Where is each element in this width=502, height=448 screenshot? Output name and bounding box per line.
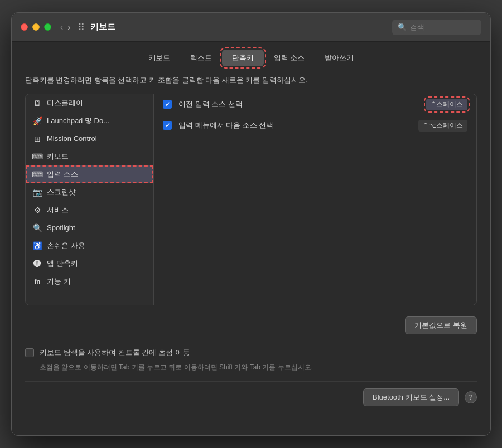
main-content: 단축키를 변경하려면 항목을 선택하고 키 조합을 클릭한 다음 새로운 키를 … xyxy=(12,66,490,435)
mission-control-icon: ⊞ xyxy=(32,134,42,144)
sidebar-item-keyboard[interactable]: ⌨ 키보드 xyxy=(26,148,153,165)
keyboard-nav-checkbox[interactable] xyxy=(25,348,34,357)
sidebar-item-screenshot[interactable]: 📷 스크린샷 xyxy=(26,183,153,201)
function-keys-icon: fn xyxy=(32,276,42,286)
search-icon: 🔍 xyxy=(398,23,407,31)
sidebar-item-label: 스크린샷 xyxy=(47,187,76,197)
sidebar-item-label: Mission Control xyxy=(47,134,97,143)
tab-input-source[interactable]: 입력 소스 xyxy=(264,50,315,66)
tab-text[interactable]: 텍스트 xyxy=(180,50,222,66)
input-source-icon: ⌨ xyxy=(32,169,42,179)
spotlight-icon: 🔍 xyxy=(32,223,42,233)
search-placeholder: 검색 xyxy=(410,22,424,32)
instruction-text: 단축키를 변경하려면 항목을 선택하고 키 조합을 클릭한 다음 새로운 키를 … xyxy=(25,75,477,86)
sidebar-item-label: 입력 소스 xyxy=(47,169,78,179)
sidebar-item-label: 앱 단축키 xyxy=(47,259,78,269)
screenshot-icon: 📷 xyxy=(32,187,42,197)
shortcut-label-next: 입력 메뉴에서 다음 소스 선택 xyxy=(178,120,412,130)
search-box[interactable]: 🔍 검색 xyxy=(392,20,481,35)
tabs-bar: 키보드 텍스트 단축키 입력 소스 받아쓰기 xyxy=(12,42,490,66)
sidebar-item-launchpad[interactable]: 🚀 Launchpad 및 Do... xyxy=(26,112,153,130)
shortcut-row-next-input[interactable]: ✓ 입력 메뉴에서 다음 소스 선택 ⌃⌥스페이스 xyxy=(154,115,476,136)
sidebar-item-app-shortcuts[interactable]: 🅐 앱 단축키 xyxy=(26,255,153,272)
keyboard-nav-label: 키보드 탐색을 사용하여 컨트롤 간에 초점 이동 xyxy=(40,348,190,358)
shortcut-checkbox-prev[interactable]: ✓ xyxy=(163,100,172,109)
sidebar-item-input-source[interactable]: ⌨ 입력 소스 xyxy=(26,165,153,183)
tab-shortcuts[interactable]: 단축키 xyxy=(222,50,264,66)
back-arrow[interactable]: ‹ xyxy=(60,22,63,32)
bottom-area: 기본값으로 복원 키보드 탐색을 사용하여 컨트롤 간에 초점 이동 초점을 앞… xyxy=(25,305,477,413)
shortcut-key-prev[interactable]: ⌃스페이스 xyxy=(426,99,467,110)
sidebar-item-label: 키보드 xyxy=(47,152,69,162)
shortcut-row-prev-input[interactable]: ✓ 이전 입력 소스 선택 ⌃스페이스 xyxy=(154,94,476,115)
restore-default-button[interactable]: 기본값으로 복원 xyxy=(405,316,477,334)
display-icon: 🖥 xyxy=(32,98,42,108)
maximize-button[interactable] xyxy=(44,23,51,31)
keyboard-nav-hint: 초점을 앞으로 이동하려면 Tab 키를 누르고 뒤로 이동하려면 Shift … xyxy=(25,362,477,372)
shortcut-label-prev: 이전 입력 소스 선택 xyxy=(178,99,419,109)
footer-section: 키보드 탐색을 사용하여 컨트롤 간에 초점 이동 초점을 앞으로 이동하려면 … xyxy=(25,339,477,377)
launchpad-icon: 🚀 xyxy=(32,116,42,126)
check-icon: ✓ xyxy=(165,101,170,108)
sidebar-item-label: 손쉬운 사용 xyxy=(47,241,85,251)
nav-arrows: ‹ › xyxy=(60,22,71,32)
window-title: 키보드 xyxy=(90,22,392,32)
restore-row: 기본값으로 복원 xyxy=(25,312,477,339)
tab-keyboard[interactable]: 키보드 xyxy=(138,50,180,66)
bluetooth-setup-button[interactable]: Bluetooth 키보드 설정... xyxy=(363,388,459,406)
main-window: ‹ › ⠿ 키보드 🔍 검색 키보드 텍스트 단축키 입력 소스 받아쓰기 단축… xyxy=(11,12,491,436)
sidebar-item-label: Launchpad 및 Do... xyxy=(47,116,109,126)
shortcut-checkbox-next[interactable]: ✓ xyxy=(163,121,172,130)
keyboard-icon: ⌨ xyxy=(32,152,42,162)
app-shortcuts-icon: 🅐 xyxy=(32,259,42,269)
titlebar: ‹ › ⠿ 키보드 🔍 검색 xyxy=(12,13,490,42)
services-icon: ⚙ xyxy=(32,205,42,215)
sidebar: 🖥 디스플레이 🚀 Launchpad 및 Do... ⊞ Mission Co… xyxy=(26,94,154,305)
sidebar-item-spotlight[interactable]: 🔍 Spotlight xyxy=(26,219,153,237)
check-icon: ✓ xyxy=(165,122,170,129)
footer-buttons: Bluetooth 키보드 설정... ? xyxy=(25,381,477,406)
sidebar-item-display[interactable]: 🖥 디스플레이 xyxy=(26,94,153,112)
tab-dictation[interactable]: 받아쓰기 xyxy=(315,50,364,66)
sidebar-item-services[interactable]: ⚙ 서비스 xyxy=(26,201,153,219)
content-area: 🖥 디스플레이 🚀 Launchpad 및 Do... ⊞ Mission Co… xyxy=(25,94,477,305)
sidebar-item-label: Spotlight xyxy=(47,223,75,232)
keyboard-nav-row: 키보드 탐색을 사용하여 컨트롤 간에 초점 이동 xyxy=(25,348,477,358)
apps-grid-icon[interactable]: ⠿ xyxy=(78,21,85,33)
traffic-lights xyxy=(21,23,51,31)
shortcuts-panel: ✓ 이전 입력 소스 선택 ⌃스페이스 ✓ 입력 메뉴에서 다음 소스 선택 ⌃… xyxy=(154,94,476,305)
forward-arrow[interactable]: › xyxy=(67,22,70,32)
sidebar-item-label: 서비스 xyxy=(47,205,69,215)
shortcut-key-next[interactable]: ⌃⌥스페이스 xyxy=(418,120,467,132)
minimize-button[interactable] xyxy=(32,23,40,31)
sidebar-item-function-keys[interactable]: fn 기능 키 xyxy=(26,272,153,290)
help-button[interactable]: ? xyxy=(465,391,477,403)
close-button[interactable] xyxy=(21,23,28,31)
sidebar-item-mission-control[interactable]: ⊞ Mission Control xyxy=(26,130,153,148)
accessibility-icon: ♿ xyxy=(32,241,42,251)
sidebar-item-label: 디스플레이 xyxy=(47,98,83,108)
sidebar-item-label: 기능 키 xyxy=(47,276,71,286)
sidebar-item-accessibility[interactable]: ♿ 손쉬운 사용 xyxy=(26,237,153,255)
